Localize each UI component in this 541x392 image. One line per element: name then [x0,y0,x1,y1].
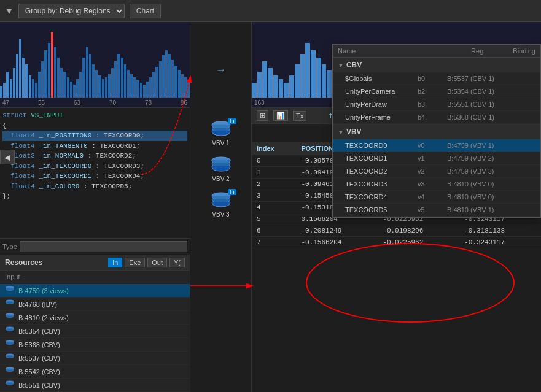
type-input[interactable] [20,241,187,252]
cbv-row[interactable]: UnityPerDraw b3 B:5551 (CBV 1) [333,98,540,111]
cbv-row[interactable]: $Globals b0 B:5537 (CBV 1) [333,72,540,85]
chart-bar-9 [29,75,31,98]
chart-bar-56 [178,70,181,98]
resource-db-icon [5,353,15,363]
table-cell-7-2: -0.0225962 [378,237,459,248]
chart-bar-49 [155,67,158,98]
chart-bar-17 [54,47,56,98]
chart-bar-15 [48,43,50,98]
pipeline-vbv3[interactable]: VBV 3 In [206,189,236,220]
table-row[interactable]: 7-0.1566204-0.0225962-0.3243117 [252,237,541,248]
chart-bar-58 [184,77,187,98]
cbv-item-binding: B:5551 (CBV 1) [447,101,528,108]
resource-item[interactable]: B:5354 (CBV) [0,325,190,338]
chart-bar-43 [136,80,139,98]
back-arrow[interactable]: ▼ [5,6,14,16]
chart-bar-41 [130,74,133,98]
chart-bar-54 [171,60,174,98]
col-binding-header: Binding [513,47,535,55]
resource-name: B:5551 (CBV) [18,382,60,389]
cbv-row[interactable]: UnityPerCamera b2 B:5354 (CBV 1) [333,85,540,98]
resource-name: B:4759 (3 views) [18,287,69,294]
dropdown-overlay: Name Reg Binding ▼ CBV $Globals b0 B:553… [332,44,541,218]
vbv-row[interactable]: TEXCOORD2 v2 B:4759 (VBV 3) [333,165,540,178]
x-label: 86 [181,99,187,106]
tx-btn[interactable]: Tx [293,111,306,121]
chart-icon-btn[interactable]: 📊 [273,110,288,121]
right-chart-bar-2 [262,61,267,98]
vbv-arrow: ▼ [338,129,344,136]
chart-bar-26 [82,58,85,98]
vbv-item-reg: v2 [418,167,442,175]
main-layout: 475563707886 struct VS_INPUT { float4 _i… [0,22,541,392]
resource-item[interactable]: B:4810 (2 views) [0,311,190,325]
vbv-row[interactable]: TEXCOORD5 v5 B:4810 (VBV 1) [333,204,540,217]
table-cell-3-0: 3 [252,190,296,202]
chart-x-labels: 475563707886 [0,99,190,106]
resource-item[interactable]: B:5542 (CBV) [0,365,190,379]
col-name-header: Name [338,47,356,55]
vbv-item-binding: B:4810 (VBV 0) [447,180,528,188]
resource-name: B:5542 (CBV) [18,368,60,375]
chart-bars [0,22,190,107]
resource-item[interactable]: B:4759 (3 views) [0,284,190,298]
left-chart: 475563707886 [0,22,190,108]
resource-db-icon [5,286,15,295]
vbv-item-reg: v4 [418,193,442,201]
cbv-row[interactable]: UnityPerFrame b4 B:5368 (CBV 1) [333,111,540,124]
vbv1-badge: In [228,118,236,124]
chart-button[interactable]: Chart [130,4,161,18]
vbv-row[interactable]: TEXCOORD3 v3 B:4810 (VBV 0) [333,178,540,191]
cbv-header[interactable]: ▼ CBV [333,58,540,72]
vbv-item-binding: B:4810 (VBV 0) [447,193,528,201]
pipeline-vbv1[interactable]: VBV 1 In [206,118,236,148]
vbv-item-name: TEXCOORD1 [345,155,413,162]
x-label: 63 [74,99,80,106]
vbv-row[interactable]: TEXCOORD4 v4 B:4810 (VBV 0) [333,191,540,204]
right-chart-bar-7 [289,75,294,98]
code-line-2: float3 _in_NORMAL0 : TEXCOORD2; [2,151,187,161]
table-row[interactable]: 6-0.2081249-0.0198296-0.3181138 [252,225,541,237]
resource-tab-y([interactable]: Y( [169,258,185,267]
grid-icon-btn[interactable]: ⊞ [257,110,268,121]
chart-bar-48 [152,72,155,98]
resource-item[interactable]: B:5551 (CBV) [0,379,190,392]
group-by-select[interactable]: Group by: Debug Regions [18,4,125,18]
resource-tab-exe[interactable]: Exe [125,258,145,267]
vbv-row[interactable]: TEXCOORD1 v1 B:4759 (VBV 2) [333,152,540,165]
resource-item[interactable]: B:5368 (CBV) [0,338,190,352]
chart-bar-23 [73,85,76,98]
chart-bar-14 [44,50,47,98]
resources-panel: Resources InExeOutY( Input B:4759 (3 vie… [0,255,190,392]
chart-bar-30 [95,70,98,98]
chart-bar-25 [79,72,82,98]
table-cell-6-3: -0.3181138 [459,225,541,237]
resource-item[interactable]: B:4768 (IBV) [0,298,190,311]
back-button[interactable]: ◀ [0,150,15,164]
table-cell-7-3: -0.3243117 [459,237,541,248]
resource-item[interactable]: B:5537 (CBV) [0,352,190,365]
resource-db-icon [5,326,15,336]
resource-name: B:5368 (CBV) [18,341,60,348]
right-chart-bar-4 [273,75,278,98]
right-chart-bar-12 [316,58,321,98]
code-line-4: float4 _in_TEXCOORD1 : TEXCOORD4; [2,171,187,182]
chart-bar-52 [165,50,168,98]
resources-header: Resources InExeOutY( [0,255,190,271]
right-chart-bar-14 [327,70,332,98]
resource-tab-out[interactable]: Out [147,258,167,267]
chart-bar-22 [70,82,72,98]
cbv-section: ▼ CBV $Globals b0 B:5537 (CBV 1) UnityPe… [333,58,540,125]
resource-db-icon [5,367,15,376]
resource-tab-in[interactable]: In [108,258,122,267]
vbv-row[interactable]: TEXCOORD0 v0 B:4759 (VBV 1) [333,139,540,152]
dropdown-header: Name Reg Binding [333,45,540,58]
vbv-section: ▼ VBV TEXCOORD0 v0 B:4759 (VBV 1) TEXCOO… [333,125,540,217]
vbv-header[interactable]: ▼ VBV [333,125,540,139]
vbv-title: VBV [346,128,362,136]
chart-bar-37 [117,54,120,98]
pipeline-vbv2[interactable]: VBV 2 [206,153,236,184]
vbv-item-binding: B:4759 (VBV 3) [447,167,528,175]
code-line-1: float4 _in_TANGENT0 : TEXCOORD1; [2,141,187,152]
cbv-item-binding: B:5537 (CBV 1) [447,75,528,82]
